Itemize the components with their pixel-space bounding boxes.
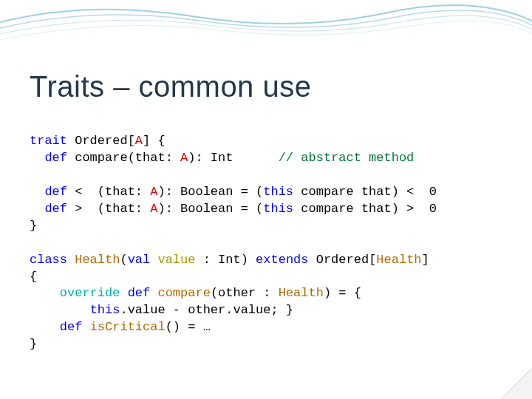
keyword-def: def <box>128 286 151 300</box>
keyword-this: this <box>263 202 293 216</box>
type-param: A <box>150 202 157 216</box>
code-text: compare(that: <box>67 151 180 165</box>
keyword-extends: extends <box>256 253 308 267</box>
code-text: (other : <box>211 286 279 300</box>
code-comment: // abstract method <box>279 151 415 165</box>
keyword-def: def <box>44 202 67 216</box>
code-example: trait Ordered[A] { def compare(that: A):… <box>30 133 502 353</box>
method-name: isCritical <box>82 320 165 334</box>
keyword-class: class <box>30 253 67 267</box>
class-name: Health <box>279 286 324 300</box>
code-indent <box>30 185 44 199</box>
type-param: A <box>180 151 188 165</box>
code-text: () = … <box>166 320 211 334</box>
code-text: { <box>30 270 37 284</box>
keyword-trait: trait <box>30 134 67 148</box>
code-text: Ordered[ <box>67 134 135 148</box>
keyword-this: this <box>263 185 293 199</box>
code-text: compare that) < 0 <box>293 185 437 199</box>
code-text: ): Boolean = ( <box>157 185 263 199</box>
type-param: A <box>150 185 157 199</box>
slide-title: Traits – common use <box>30 70 311 103</box>
page-curl-icon <box>501 368 532 399</box>
code-indent <box>30 202 44 216</box>
code-text <box>120 286 127 300</box>
method-name: compare <box>150 286 211 300</box>
code-text: } <box>30 219 37 233</box>
code-text: : Int) <box>195 253 256 267</box>
code-text: ( <box>120 253 127 267</box>
code-text: > (that: <box>67 202 150 216</box>
keyword-def: def <box>60 320 83 334</box>
keyword-val: val <box>128 253 151 267</box>
code-text: } <box>30 337 37 351</box>
class-name: Health <box>376 253 421 267</box>
keyword-this: this <box>90 303 120 317</box>
keyword-override: override <box>60 286 120 300</box>
type-param: A <box>135 134 143 148</box>
keyword-def: def <box>44 151 67 165</box>
code-text: Ordered[ <box>309 253 377 267</box>
code-text: ) = { <box>324 286 361 300</box>
slide-wave-decoration <box>0 0 532 52</box>
keyword-def: def <box>44 185 67 199</box>
code-indent <box>30 303 90 317</box>
code-text: ] <box>422 253 429 267</box>
code-indent <box>30 286 60 300</box>
code-indent <box>30 320 60 334</box>
val-name: value <box>150 253 195 267</box>
class-name: Health <box>67 253 120 267</box>
code-indent <box>30 151 44 165</box>
code-text: ): Int <box>188 151 278 165</box>
code-text: compare that) > 0 <box>293 202 437 216</box>
code-text: < (that: <box>67 185 150 199</box>
code-text: ): Boolean = ( <box>157 202 263 216</box>
code-text: ] { <box>143 134 166 148</box>
code-text: .value - other.value; } <box>120 303 293 317</box>
